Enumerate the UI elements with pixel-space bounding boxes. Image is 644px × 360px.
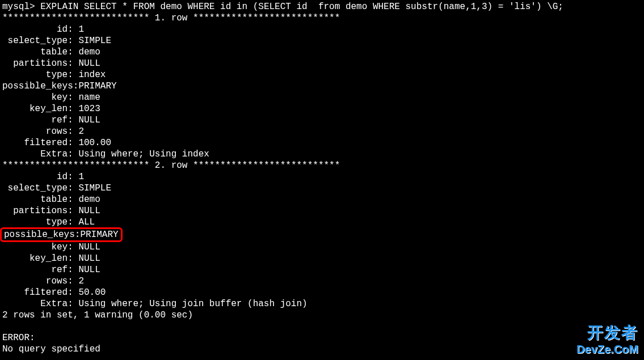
field-value: ALL — [78, 217, 95, 228]
field-label: partitions: — [2, 58, 73, 69]
field-value: 1 — [78, 24, 84, 35]
row1-key: key:name — [2, 92, 642, 103]
row1-id: id:1 — [2, 24, 642, 35]
field-value: NULL — [78, 205, 100, 217]
field-value: NULL — [78, 242, 100, 253]
row2-select-type: select_type:SIMPLE — [2, 183, 642, 194]
field-label: select_type: — [2, 183, 73, 194]
field-value: 50.00 — [78, 287, 106, 298]
prompt-line: mysql> EXPLAIN SELECT * FROM demo WHERE … — [2, 1, 642, 12]
row2-table: table:demo — [2, 194, 642, 205]
field-label: possible_keys: — [4, 229, 75, 240]
row2-type: type:ALL — [2, 217, 642, 228]
highlight-box: possible_keys:PRIMARY — [0, 227, 123, 242]
field-label: key_len: — [2, 103, 73, 115]
row2-rows: rows:2 — [2, 276, 642, 287]
row2-id: id:1 — [2, 171, 642, 183]
summary-line: 2 rows in set, 1 warning (0.00 sec) — [2, 310, 642, 321]
field-value: Using where; Using index — [78, 149, 209, 160]
row1-select-type: select_type:SIMPLE — [2, 35, 642, 46]
field-label: possible_keys: — [2, 81, 73, 92]
error-message: No query specified — [2, 344, 642, 355]
row2-possible-keys: possible_keys:PRIMARY — [2, 228, 642, 242]
row1-partitions: partitions:NULL — [2, 58, 642, 69]
row1-key-len: key_len:1023 — [2, 103, 642, 115]
field-label: id: — [2, 171, 73, 183]
row2-partitions: partitions:NULL — [2, 205, 642, 217]
field-value: name — [78, 92, 100, 103]
row2-ref: ref:NULL — [2, 264, 642, 276]
blank-line — [2, 321, 642, 332]
field-label: type: — [2, 69, 73, 81]
field-label: ref: — [2, 115, 73, 126]
row-2-header: *************************** 2. row *****… — [2, 160, 642, 171]
field-label: table: — [2, 46, 73, 58]
field-label: Extra: — [2, 149, 73, 160]
field-label: filtered: — [2, 287, 73, 298]
field-label: filtered: — [2, 137, 73, 149]
field-label: rows: — [2, 276, 73, 287]
field-value: 1023 — [78, 103, 100, 115]
row-1-header: *************************** 1. row *****… — [2, 12, 642, 24]
field-value: 1 — [78, 171, 84, 183]
row2-key: key:NULL — [2, 242, 642, 253]
row2-key-len: key_len:NULL — [2, 253, 642, 264]
field-label: ref: — [2, 264, 73, 276]
field-label: key_len: — [2, 253, 73, 264]
row1-possible-keys: possible_keys:PRIMARY — [2, 81, 642, 92]
field-value: demo — [78, 194, 100, 205]
row2-extra: Extra:Using where; Using join buffer (ha… — [2, 298, 642, 310]
field-label: table: — [2, 194, 73, 205]
row1-extra: Extra:Using where; Using index — [2, 149, 642, 160]
row2-filtered: filtered:50.00 — [2, 287, 642, 298]
field-value: 2 — [78, 126, 84, 137]
field-value: 2 — [78, 276, 84, 287]
field-label: Extra: — [2, 298, 73, 310]
row1-ref: ref:NULL — [2, 115, 642, 126]
field-label: partitions: — [2, 205, 73, 217]
field-label: select_type: — [2, 35, 73, 46]
field-value: index — [78, 69, 106, 81]
field-value: 100.00 — [78, 137, 111, 149]
field-label: key: — [2, 92, 73, 103]
field-value: NULL — [78, 264, 100, 276]
row1-rows: rows:2 — [2, 126, 642, 137]
field-label: rows: — [2, 126, 73, 137]
row1-table: table:demo — [2, 46, 642, 58]
field-label: type: — [2, 217, 73, 228]
field-value: SIMPLE — [78, 35, 111, 46]
error-label: ERROR: — [2, 332, 642, 344]
field-label: id: — [2, 24, 73, 35]
field-value: Using where; Using join buffer (hash joi… — [78, 298, 307, 310]
field-value: NULL — [78, 58, 100, 69]
field-value: SIMPLE — [78, 183, 111, 194]
field-value: NULL — [78, 115, 100, 126]
field-value: PRIMARY — [80, 230, 118, 240]
row1-filtered: filtered:100.00 — [2, 137, 642, 149]
row1-type: type:index — [2, 69, 642, 81]
field-value: PRIMARY — [78, 81, 116, 92]
field-value: demo — [78, 46, 100, 58]
field-value: NULL — [78, 253, 100, 264]
field-label: key: — [2, 242, 73, 253]
